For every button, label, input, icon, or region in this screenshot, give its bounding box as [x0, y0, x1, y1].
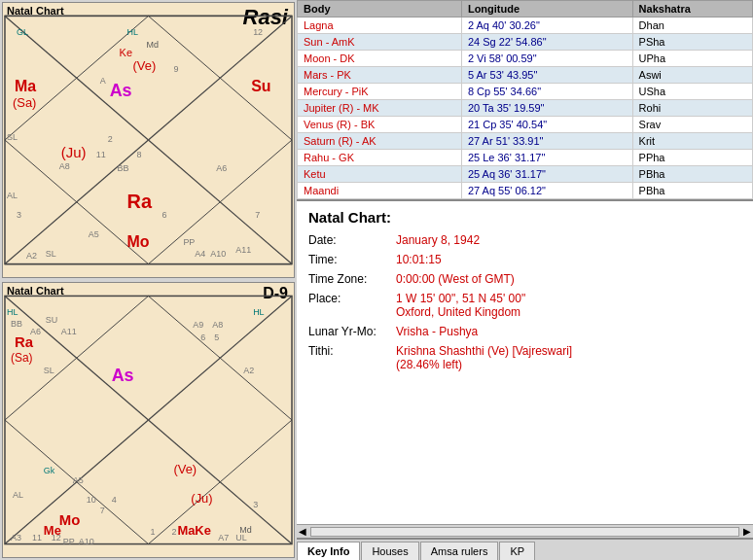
info-row-tithi: Tithi: Krishna Shashthi (Ve) [Vajreswari…: [308, 344, 741, 371]
table-row: Sun - AmK24 Sg 22' 54.86"PSha: [298, 34, 753, 51]
svg-text:As: As: [112, 366, 134, 385]
svg-text:HL: HL: [253, 307, 264, 317]
cell-longitude: 20 Ta 35' 19.59": [461, 100, 632, 117]
svg-text:12: 12: [253, 27, 263, 37]
svg-text:A5: A5: [89, 229, 99, 239]
svg-text:11: 11: [32, 533, 42, 542]
svg-text:A8: A8: [212, 320, 223, 330]
cell-nakshatra: Aswi: [632, 67, 752, 84]
svg-text:A6: A6: [30, 327, 41, 336]
svg-text:Gk: Gk: [44, 466, 55, 475]
info-row-lunar: Lunar Yr-Mo: Vrisha - Pushya: [308, 325, 741, 338]
place-name: Oxford, United Kingdom: [396, 305, 741, 319]
svg-text:5: 5: [214, 332, 219, 342]
tithi-value: Krishna Shashthi (Ve) [Vajreswari]: [396, 344, 741, 358]
cell-body: Lagna: [298, 18, 462, 34]
svg-text:A8: A8: [59, 161, 70, 171]
col-longitude: Longitude: [461, 1, 632, 18]
timezone-value: 0:00:00 (West of GMT): [396, 272, 741, 286]
time-value: 10:01:15: [396, 253, 741, 266]
cell-nakshatra: Dhan: [632, 18, 752, 34]
svg-text:6: 6: [200, 332, 205, 342]
info-title: Natal Chart:: [308, 209, 741, 226]
svg-text:8: 8: [137, 150, 142, 159]
cell-longitude: 2 Vi 58' 00.59": [461, 51, 632, 67]
cell-longitude: 25 Le 36' 31.17": [461, 150, 632, 166]
cell-nakshatra: PSha: [632, 34, 752, 51]
info-row-timezone: Time Zone: 0:00:00 (West of GMT): [308, 272, 741, 286]
cell-longitude: 27 Aq 55' 06.12": [461, 183, 632, 199]
svg-text:SU: SU: [46, 315, 57, 325]
cell-nakshatra: UPha: [632, 51, 752, 67]
cell-longitude: 24 Sg 22' 54.86": [461, 34, 632, 51]
cell-body: Mercury - PiK: [298, 84, 462, 100]
svg-text:A11: A11: [235, 245, 251, 255]
svg-text:A9: A9: [193, 320, 203, 330]
cell-body: Venus (R) - BK: [298, 117, 462, 133]
svg-text:(Ju): (Ju): [61, 144, 87, 160]
table-row: Mars - PK5 Ar 53' 43.95"Aswi: [298, 67, 753, 84]
info-row-date: Date: January 8, 1942: [308, 233, 741, 247]
svg-text:HL: HL: [7, 307, 18, 317]
table-row: Moon - DK2 Vi 58' 00.59"UPha: [298, 51, 753, 67]
scrollbar[interactable]: ◀ ▶: [297, 524, 753, 538]
svg-text:A7: A7: [218, 533, 229, 542]
svg-text:A: A: [100, 76, 106, 86]
svg-text:UL: UL: [235, 533, 246, 542]
cell-nakshatra: Srav: [632, 117, 752, 133]
svg-text:(Sa): (Sa): [13, 95, 36, 110]
svg-text:A10: A10: [210, 249, 226, 259]
svg-text:Ma: Ma: [15, 78, 36, 94]
svg-text:2: 2: [171, 527, 176, 537]
tab-houses[interactable]: Houses: [361, 542, 418, 560]
cell-body: Saturn (R) - AK: [298, 133, 462, 150]
cell-nakshatra: PPha: [632, 150, 752, 166]
svg-text:Md: Md: [147, 40, 159, 50]
table-row: Rahu - GK25 Le 36' 31.17"PPha: [298, 150, 753, 166]
svg-text:As: As: [110, 81, 132, 100]
time-label: Time:: [308, 253, 396, 266]
cell-body: Maandi: [298, 183, 462, 199]
place-label: Place:: [308, 292, 396, 319]
table-row: Ketu25 Aq 36' 31.17"PBha: [298, 166, 753, 183]
cell-nakshatra: PBha: [632, 166, 752, 183]
svg-text:(Ju): (Ju): [191, 491, 212, 506]
tab-amsa-rulers[interactable]: Amsa rulers: [420, 542, 499, 560]
place-coords: 1 W 15' 00", 51 N 45' 00": [396, 292, 741, 305]
cell-longitude: 8 Cp 55' 34.66": [461, 84, 632, 100]
svg-text:BB: BB: [11, 319, 22, 329]
svg-text:A4: A4: [195, 249, 205, 259]
svg-text:Mo: Mo: [59, 511, 81, 528]
cell-nakshatra: PBha: [632, 183, 752, 199]
svg-text:A3: A3: [11, 533, 21, 542]
svg-text:2: 2: [108, 134, 113, 144]
svg-text:6: 6: [161, 210, 166, 220]
lunar-label: Lunar Yr-Mo:: [308, 325, 396, 338]
cell-longitude: 27 Ar 51' 33.91": [461, 133, 632, 150]
date-value: January 8, 1942: [396, 233, 741, 247]
svg-text:PP: PP: [183, 237, 195, 247]
lunar-value: Vrisha - Pushya: [396, 325, 741, 338]
cell-nakshatra: Krit: [632, 133, 752, 150]
table-row: Mercury - PiK8 Cp 55' 34.66"USha: [298, 84, 753, 100]
cell-longitude: 2 Aq 40' 30.26": [461, 18, 632, 34]
svg-text:7: 7: [100, 506, 105, 515]
svg-text:1: 1: [150, 527, 155, 537]
svg-text:Su: Su: [251, 78, 270, 94]
tab-key-info[interactable]: Key Info: [297, 542, 360, 560]
svg-text:SL: SL: [7, 132, 18, 142]
scroll-track[interactable]: [310, 527, 739, 537]
cell-body: Moon - DK: [298, 51, 462, 67]
svg-text:A5: A5: [73, 475, 84, 485]
right-panel: Body Longitude Nakshatra Lagna2 Aq 40' 3…: [297, 0, 753, 560]
svg-text:A2: A2: [243, 366, 254, 375]
cell-body: Jupiter (R) - MK: [298, 100, 462, 117]
info-section: Natal Chart: Date: January 8, 1942 Time:…: [297, 199, 753, 524]
svg-text:10: 10: [87, 495, 96, 505]
tab-kp[interactable]: KP: [499, 542, 535, 560]
svg-text:(Sa): (Sa): [11, 351, 33, 365]
tab-bar: Key Info Houses Amsa rulers KP: [297, 538, 753, 560]
svg-text:MaKe: MaKe: [177, 523, 211, 538]
svg-text:A11: A11: [61, 327, 77, 336]
table-row: Saturn (R) - AK27 Ar 51' 33.91"Krit: [298, 133, 753, 150]
